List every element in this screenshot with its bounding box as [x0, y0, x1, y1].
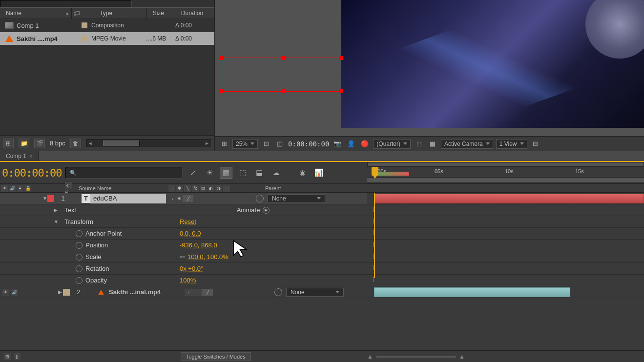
- bbox-handle[interactable]: [339, 56, 343, 60]
- animate-menu-icon[interactable]: ▶: [263, 207, 270, 214]
- label-color[interactable]: [82, 22, 87, 28]
- tag-icon[interactable]: 🏷: [72, 9, 81, 17]
- tag-icon[interactable]: 🏷: [65, 182, 72, 189]
- label-color[interactable]: [82, 36, 87, 41]
- zoom-track[interactable]: [376, 356, 456, 358]
- zoom-slider[interactable]: ▲ ▲: [367, 353, 465, 361]
- bbox-handle[interactable]: [220, 89, 224, 93]
- shy-switch[interactable]: ⬩: [169, 195, 176, 202]
- bpc-label[interactable]: 8 bpc: [50, 140, 65, 147]
- shy-switch[interactable]: ⬩: [185, 289, 191, 296]
- col-type[interactable]: Type: [81, 8, 147, 19]
- work-area-bar[interactable]: [374, 172, 409, 176]
- scroll-thumb[interactable]: [103, 141, 140, 146]
- prop-value[interactable]: 0x +0.0°: [180, 265, 203, 272]
- stopwatch-icon[interactable]: [76, 277, 83, 284]
- text-bounding-box[interactable]: [222, 58, 341, 92]
- parent-pickwhip-icon[interactable]: [256, 195, 264, 202]
- prop-value[interactable]: -936.0, 868.0: [180, 241, 217, 249]
- playhead-line[interactable]: [374, 193, 375, 278]
- audio-toggle[interactable]: 🔊: [11, 289, 18, 296]
- view-dropdown[interactable]: 1 View: [496, 139, 527, 149]
- reset-link[interactable]: Reset: [180, 218, 196, 225]
- pixel-aspect-icon[interactable]: ⊟: [530, 139, 541, 149]
- layer-2-bar[interactable]: [374, 287, 570, 297]
- prop-value[interactable]: 100.0, 100.0%: [187, 253, 229, 261]
- video-toggle[interactable]: 👁: [2, 289, 9, 296]
- zoom-out-icon[interactable]: ▲: [367, 353, 373, 360]
- prop-anchor[interactable]: Anchor Point 0.0, 0.0: [0, 228, 367, 240]
- parent-pickwhip-icon[interactable]: [274, 288, 282, 296]
- prop-rotation[interactable]: Rotation 0x +0.0°: [0, 263, 367, 275]
- show-channel-icon[interactable]: 👤: [346, 139, 356, 149]
- current-timecode[interactable]: 0:00:00:00: [2, 167, 62, 179]
- prop-value[interactable]: 0.0, 0.0: [180, 230, 201, 237]
- stopwatch-icon[interactable]: [76, 254, 83, 261]
- frame-blend-icon[interactable]: ⬚: [236, 167, 249, 179]
- resolution-dropdown[interactable]: (Quarter): [373, 139, 411, 149]
- prop-value[interactable]: 100%: [180, 277, 196, 284]
- prop-opacity[interactable]: Opacity 100%: [0, 275, 367, 286]
- source-col-label[interactable]: Source Name: [76, 185, 166, 191]
- layer-row-1[interactable]: ▼ 1 T eduCBA ⬩ ✱ ╱ None: [0, 193, 367, 204]
- expand-toggle[interactable]: ▼: [42, 196, 47, 201]
- video-icon[interactable]: 👁: [1, 185, 8, 192]
- work-area[interactable]: [367, 178, 644, 182]
- interpret-footage-icon[interactable]: ⊞: [3, 139, 14, 148]
- scrollbar[interactable]: ◄ ►: [86, 140, 211, 147]
- col-size[interactable]: Size: [147, 8, 177, 19]
- collapse-switch[interactable]: ✱: [176, 195, 183, 202]
- close-icon[interactable]: ×: [29, 154, 32, 159]
- graph-editor-icon[interactable]: 📊: [312, 167, 325, 179]
- draft-3d-icon[interactable]: ☀: [203, 167, 216, 179]
- mask-icon[interactable]: ◫: [274, 139, 285, 149]
- new-folder-icon[interactable]: 📁: [19, 139, 29, 148]
- layer-name[interactable]: Sakthi ...inal.mp4: [106, 288, 182, 296]
- preview-timecode[interactable]: 0:00:00:00: [288, 140, 329, 148]
- col-name[interactable]: Name ▲: [0, 8, 72, 19]
- preview-canvas[interactable]: [215, 0, 644, 136]
- toggle-modes-icon[interactable]: {}: [14, 353, 21, 360]
- scroll-right-icon[interactable]: ►: [203, 141, 211, 146]
- expand-toggle[interactable]: ▼: [54, 219, 59, 224]
- color-mgmt-icon[interactable]: 🔴: [359, 139, 370, 149]
- safe-zones-icon[interactable]: ⊡: [261, 139, 271, 149]
- navigator-bar[interactable]: [367, 162, 644, 167]
- col-duration[interactable]: Duration: [177, 8, 214, 19]
- prop-text[interactable]: ▶ Text Animate: ▶: [0, 204, 367, 216]
- prop-transform[interactable]: ▼ Transform Reset: [0, 216, 367, 228]
- timeline-tracks[interactable]: I I I I I I I: [367, 193, 644, 298]
- snapshot-icon[interactable]: 📷: [332, 139, 343, 149]
- hide-shy-icon[interactable]: ▦: [220, 167, 232, 179]
- trash-icon[interactable]: 🗑: [70, 139, 81, 148]
- quality-switch[interactable]: [191, 289, 202, 296]
- camera-dropdown[interactable]: Active Camera: [441, 139, 493, 149]
- stopwatch-icon[interactable]: [76, 230, 83, 237]
- project-item-comp[interactable]: Comp 1 Composition Δ 0:00: [0, 19, 214, 32]
- stopwatch-icon[interactable]: [76, 242, 83, 249]
- layer-color[interactable]: [63, 289, 70, 296]
- new-comp-icon[interactable]: 🎬: [34, 139, 45, 148]
- playhead[interactable]: [372, 167, 378, 176]
- comp-mini-flowchart-icon[interactable]: ⤢: [187, 167, 199, 179]
- audio-icon[interactable]: 🔊: [9, 185, 16, 192]
- bbox-handle[interactable]: [339, 89, 343, 93]
- layer-color[interactable]: [47, 195, 54, 202]
- bbox-handle[interactable]: [282, 89, 286, 93]
- project-item-video[interactable]: Sakthi ....mp4 MPEG Movie ....6 MB Δ 0:0…: [0, 32, 214, 45]
- bbox-handle[interactable]: [220, 56, 224, 60]
- parent-dropdown[interactable]: None: [286, 288, 344, 297]
- bbox-handle[interactable]: [282, 56, 286, 60]
- roi-icon[interactable]: ◻: [414, 139, 424, 149]
- prop-scale[interactable]: Scale ⚯ 100.0, 100.0%: [0, 251, 367, 263]
- solo-icon[interactable]: ●: [17, 185, 23, 192]
- layer-search[interactable]: 🔍: [65, 167, 183, 179]
- transparency-icon[interactable]: ▦: [427, 139, 438, 149]
- parent-dropdown[interactable]: None: [268, 194, 325, 203]
- lock-icon[interactable]: 🔒: [24, 185, 31, 192]
- scroll-left-icon[interactable]: ◄: [86, 141, 94, 146]
- timeline-ruler[interactable]: :00s 05s 10s 15s: [367, 162, 644, 183]
- expand-toggle[interactable]: ▶: [54, 207, 59, 213]
- prop-position[interactable]: Position -936.0, 868.0: [0, 240, 367, 251]
- quality-switch[interactable]: ╱: [202, 289, 213, 296]
